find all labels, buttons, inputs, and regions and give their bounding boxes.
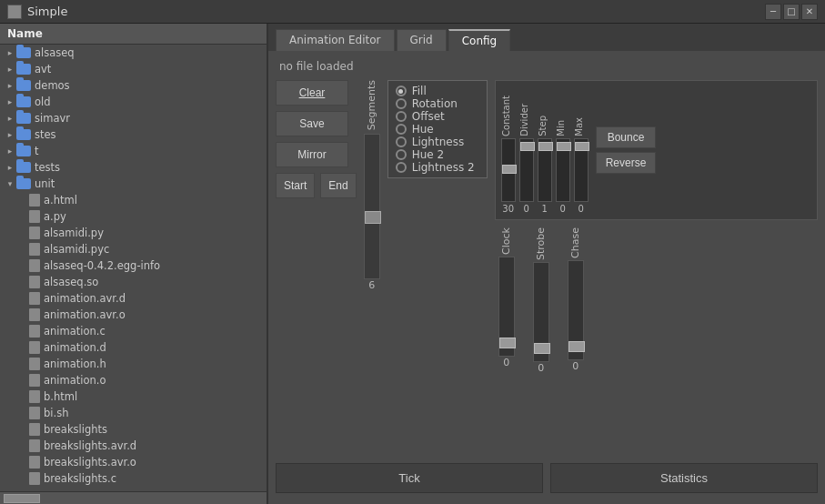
maximize-button[interactable]: □ [783, 4, 800, 20]
start-button[interactable]: Start [276, 173, 315, 198]
tree-folder-t[interactable]: ▸ t [0, 143, 267, 159]
tree-file-breakslights-avr-d[interactable]: breakslights.avr.d [0, 438, 267, 454]
tree-folder-unit[interactable]: ▾ unit [0, 176, 267, 192]
tree-file-alsaseq-egg[interactable]: alsaseq-0.4.2.egg-info [0, 257, 267, 274]
bounce-slider-constant[interactable] [501, 138, 516, 202]
tree-file-breakslights-c[interactable]: breakslights.c [0, 470, 267, 487]
tree-file-animation-c[interactable]: animation.c [0, 323, 267, 339]
folder-icon [16, 64, 31, 75]
minimize-button[interactable]: ─ [765, 4, 781, 20]
folder-name: tests [35, 161, 60, 174]
tree-file-bi-sh[interactable]: bi.sh [0, 405, 267, 421]
strobe-slider[interactable] [533, 262, 549, 362]
radio-fill[interactable]: Fill [396, 85, 479, 97]
tree-file-animation-o[interactable]: animation.o [0, 372, 267, 388]
file-icon [29, 227, 40, 239]
tree-folder-avt[interactable]: ▸ avt [0, 61, 267, 77]
tree-file-breakslights[interactable]: breakslights [0, 421, 267, 438]
file-name: animation.h [44, 358, 106, 370]
tree-file-alsamidi-py[interactable]: alsamidi.py [0, 225, 267, 241]
bounce-slider-step[interactable] [538, 138, 552, 202]
tree-file-a-py[interactable]: a.py [0, 208, 267, 225]
end-button[interactable]: End [320, 173, 356, 198]
tree-folder-alsaseq[interactable]: ▸ alsaseq [0, 45, 267, 61]
tree-folder-demos[interactable]: ▸ demos [0, 77, 267, 94]
radio-label-hue: Hue [412, 123, 434, 136]
file-icon [29, 194, 40, 207]
bounce-slider-max[interactable] [574, 138, 589, 202]
bounce-slider-min[interactable] [556, 138, 570, 202]
clock-value: 0 [503, 357, 509, 368]
chase-slider[interactable] [568, 260, 584, 360]
tree-folder-tests[interactable]: ▸ tests [0, 159, 267, 176]
tree-file-animation-avr-d[interactable]: animation.avr.d [0, 290, 267, 307]
statistics-button[interactable]: Statistics [550, 463, 818, 493]
title-bar-controls: ─ □ ✕ [765, 4, 818, 20]
file-name: breakslights.avr.o [44, 456, 136, 469]
close-button[interactable]: ✕ [801, 4, 818, 20]
clock-thumb [499, 338, 516, 348]
tab-config[interactable]: Config [448, 29, 511, 51]
folder-name: simavr [35, 112, 70, 125]
file-icon [29, 456, 40, 469]
tree-file-animation-d[interactable]: animation.d [0, 339, 267, 356]
expand-spacer [16, 325, 29, 338]
bounce-button[interactable]: Bounce [596, 126, 657, 148]
h-scrollbar-thumb[interactable] [4, 494, 40, 503]
clear-button[interactable]: Clear [276, 80, 348, 106]
tab-animation-editor[interactable]: Animation Editor [276, 29, 395, 51]
file-icon [29, 407, 40, 419]
radio-lightness2[interactable]: Lightness 2 [396, 161, 479, 174]
right-panel: Animation Editor Grid Config no file loa… [268, 24, 825, 504]
tree-folder-old[interactable]: ▸ old [0, 94, 267, 110]
radio-hue2[interactable]: Hue 2 [396, 148, 479, 161]
folder-icon [16, 162, 31, 173]
bounce-slider-divider[interactable] [519, 138, 534, 202]
clock-slider[interactable] [498, 257, 515, 357]
save-button[interactable]: Save [276, 111, 348, 136]
radio-label-fill: Fill [412, 85, 427, 97]
tree-file-alsamidi-pyc[interactable]: alsamidi.pyc [0, 241, 267, 257]
folder-icon [16, 113, 31, 124]
tree-file-breakslights-avr-o[interactable]: breakslights.avr.o [0, 454, 267, 470]
tree-file-a-html[interactable]: a.html [0, 192, 267, 208]
folder-name: t [35, 145, 39, 157]
folder-name: stes [35, 128, 56, 141]
folder-icon [16, 146, 31, 156]
radio-lightness[interactable]: Lightness [396, 136, 479, 148]
tree-file-b-html[interactable]: b.html [0, 388, 267, 405]
bottom-bar: Tick Statistics [276, 459, 818, 497]
radio-offset[interactable]: Offset [396, 110, 479, 123]
bounce-thumb-step [538, 142, 553, 151]
tree-file-animation-avr-o[interactable]: animation.avr.o [0, 307, 267, 323]
radio-circle-offset [396, 111, 407, 122]
tree-file-alsaseq-so[interactable]: alsaseq.so [0, 274, 267, 290]
mirror-button[interactable]: Mirror [276, 142, 348, 167]
file-name: alsamidi.py [44, 227, 104, 239]
file-name: b.html [44, 390, 77, 403]
tree-file-animation-h[interactable]: animation.h [0, 356, 267, 372]
file-name: breakslights.c [44, 472, 116, 485]
tree-folder-stes[interactable]: ▸ stes [0, 126, 267, 143]
tree-scroll[interactable]: ▸ alsaseq ▸ avt ▸ demos ▸ old [0, 45, 267, 491]
app-title: Simple [27, 5, 67, 18]
segments-slider[interactable] [364, 134, 380, 279]
file-icon [29, 210, 40, 223]
expand-spacer [16, 423, 29, 436]
radio-hue[interactable]: Hue [396, 123, 479, 136]
file-name: a.py [44, 210, 66, 223]
radio-rotation[interactable]: Rotation [396, 97, 479, 110]
left-panel: Name ▸ alsaseq ▸ avt ▸ demos [0, 24, 268, 504]
tab-grid[interactable]: Grid [397, 29, 447, 51]
folder-icon [16, 129, 31, 140]
file-icon [29, 358, 40, 370]
reverse-button[interactable]: Reverse [596, 152, 657, 174]
folder-icon [16, 96, 31, 107]
tree-header: Name [0, 24, 267, 45]
bounce-val-min: 0 [556, 204, 570, 214]
radio-circle-hue2 [396, 149, 407, 160]
tree-folder-simavr[interactable]: ▸ simavr [0, 110, 267, 126]
expand-icon: ▸ [4, 161, 16, 174]
tick-button[interactable]: Tick [276, 463, 543, 493]
file-icon [29, 259, 40, 272]
